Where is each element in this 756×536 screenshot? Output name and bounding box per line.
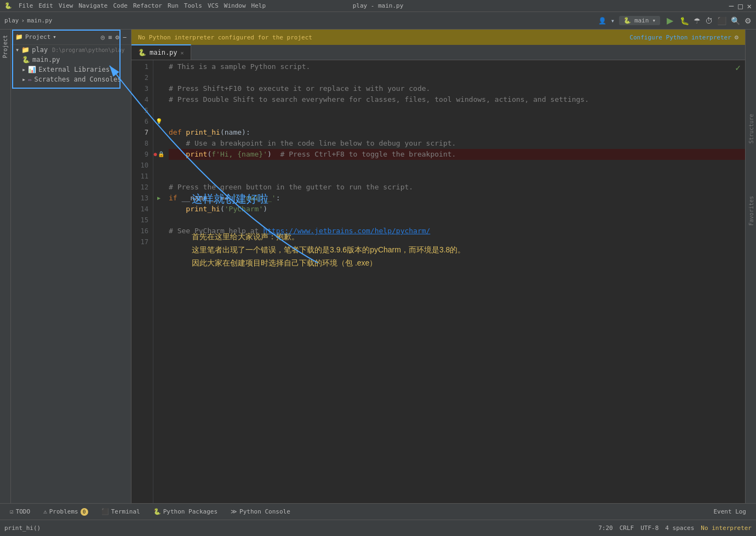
sidebar-actions[interactable]: ◎ ≡ ⚙ − bbox=[101, 33, 127, 41]
locate-icon[interactable]: ◎ bbox=[101, 33, 105, 41]
code-line-10 bbox=[169, 160, 745, 171]
project-panel-label[interactable]: Project bbox=[1, 32, 9, 61]
lock-icon: 🔒 bbox=[158, 149, 164, 160]
run-config-label: main bbox=[634, 17, 649, 24]
search-button[interactable]: 🔍 bbox=[731, 16, 740, 25]
status-left: print_hi() bbox=[4, 525, 41, 532]
breadcrumb: play › main.py bbox=[4, 17, 52, 24]
warning-text: No Python interpreter configured for the… bbox=[138, 34, 312, 41]
menu-vcs[interactable]: VCS bbox=[208, 2, 219, 9]
lightbulb-icon[interactable]: 💡 bbox=[156, 116, 162, 127]
menu-refactor[interactable]: Refactor bbox=[133, 2, 162, 9]
tab-mainpy[interactable]: 🐍 main.py ✕ bbox=[131, 44, 191, 60]
tree-item-mainpy[interactable]: 🐍 main.py bbox=[11, 55, 131, 65]
run-config-dropdown-icon[interactable]: ▾ bbox=[652, 17, 656, 24]
tab-event-log[interactable]: Event Log bbox=[708, 506, 752, 517]
status-encoding[interactable]: CRLF bbox=[620, 525, 634, 532]
debug-button[interactable]: 🐛 bbox=[680, 16, 689, 25]
configure-interpreter-link[interactable]: Configure Python interpreter bbox=[629, 34, 731, 41]
library-icon: 📊 bbox=[28, 66, 36, 73]
settings-button[interactable]: ⚙ bbox=[744, 16, 752, 25]
tab-terminal[interactable]: ⬛ Terminal bbox=[96, 506, 146, 517]
sidebar-settings-icon[interactable]: ⚙ bbox=[116, 33, 119, 41]
minimize-button[interactable]: ─ bbox=[729, 2, 734, 10]
code-line-9: print(f'Hi, {name}') # Press Ctrl+F8 to … bbox=[169, 149, 745, 160]
code-line-13: if __name__ == '__main__': bbox=[169, 193, 745, 204]
python-console-label: Python Console bbox=[239, 508, 290, 515]
problems-icon: ⚠ bbox=[43, 508, 47, 515]
code-line-3: # Press Shift+F10 to execute it or repla… bbox=[169, 83, 745, 94]
run-config[interactable]: 🐍 main ▾ bbox=[619, 16, 660, 25]
breadcrumb-play[interactable]: play bbox=[4, 17, 19, 24]
editor-area: No Python interpreter configured for the… bbox=[131, 30, 745, 520]
project-icon: 📁 bbox=[15, 33, 23, 41]
code-area[interactable]: # This is a sample Python script. # Pres… bbox=[164, 60, 745, 520]
main-toolbar: play › main.py 👤 ▾ 🐍 main ▾ ▶ 🐛 ☂ ⏱ ⬛ 🔍 … bbox=[0, 12, 756, 30]
breadcrumb-file[interactable]: main.py bbox=[27, 17, 52, 24]
code-line-4: # Press Double Shift to search everywher… bbox=[169, 94, 745, 105]
menu-help[interactable]: Help bbox=[251, 2, 266, 9]
structure-panel-label[interactable]: Structure bbox=[747, 109, 756, 148]
gutter-10 bbox=[153, 160, 164, 171]
check-icon: ✓ bbox=[735, 62, 741, 73]
tab-mainpy-label: main.py bbox=[150, 49, 177, 56]
menu-code[interactable]: Code bbox=[113, 2, 128, 9]
menu-file[interactable]: File bbox=[19, 2, 33, 9]
project-dropdown-icon[interactable]: ▾ bbox=[53, 33, 56, 41]
maximize-button[interactable]: □ bbox=[738, 2, 742, 10]
menu-bar[interactable]: File Edit View Navigate Code Refactor Ru… bbox=[19, 2, 266, 9]
ln-4: 4 bbox=[131, 94, 148, 105]
window-title: play - main.py bbox=[353, 2, 404, 9]
sidebar-header: 📁 Project ▾ ◎ ≡ ⚙ − bbox=[11, 30, 131, 45]
menu-run[interactable]: Run bbox=[168, 2, 179, 9]
expand-icon-scratch: ▸ bbox=[22, 76, 26, 83]
expand-icon-lib: ▸ bbox=[22, 66, 26, 73]
close-button[interactable]: ✕ bbox=[747, 2, 752, 10]
status-right: 7:20 CRLF UTF-8 4 spaces No interpreter bbox=[598, 525, 752, 532]
window-controls[interactable]: ─ □ ✕ bbox=[729, 2, 752, 10]
folder-icon: 📁 bbox=[21, 46, 30, 54]
gutter-11 bbox=[153, 171, 164, 182]
gutter-5 bbox=[153, 105, 164, 116]
code-line-11 bbox=[169, 171, 745, 182]
tab-python-console[interactable]: ≫ Python Console bbox=[225, 506, 296, 517]
gutter-15 bbox=[153, 215, 164, 226]
user-icon: 👤 ▾ bbox=[598, 17, 614, 25]
ln-9: 9 bbox=[131, 149, 148, 160]
menu-navigate[interactable]: Navigate bbox=[79, 2, 108, 9]
tree-item-scratches[interactable]: ▸ ✏ Scratches and Consoles bbox=[11, 74, 131, 84]
breakpoint-icon[interactable]: ● bbox=[153, 149, 157, 160]
collapse-icon[interactable]: ≡ bbox=[108, 33, 112, 41]
favorites-panel-label[interactable]: Favorites bbox=[747, 192, 756, 230]
menu-window[interactable]: Window bbox=[224, 2, 246, 9]
tree-item-libraries[interactable]: ▸ 📊 External Libraries bbox=[11, 65, 131, 74]
tab-close-icon[interactable]: ✕ bbox=[181, 50, 184, 56]
tab-mainpy-icon: 🐍 bbox=[138, 49, 146, 56]
tab-todo[interactable]: ☑ TODO bbox=[4, 506, 36, 517]
stop-button[interactable]: ⬛ bbox=[717, 16, 726, 25]
menu-view[interactable]: View bbox=[59, 2, 73, 9]
tab-python-packages[interactable]: 🐍 Python Packages bbox=[148, 506, 223, 517]
configure-section: Configure Python interpreter ⚙ bbox=[629, 33, 738, 41]
sidebar-close-icon[interactable]: − bbox=[123, 33, 127, 41]
status-charset[interactable]: UTF-8 bbox=[640, 525, 658, 532]
run-gutter-icon[interactable]: ▶ bbox=[157, 193, 161, 204]
gutter-14 bbox=[153, 204, 164, 215]
status-position[interactable]: 7:20 bbox=[598, 525, 613, 532]
code-line-12: # Press the green button in the gutter t… bbox=[169, 182, 745, 193]
tab-problems[interactable]: ⚠ Problems 0 bbox=[38, 506, 94, 518]
code-line-6 bbox=[169, 116, 745, 127]
profile-button[interactable]: ⏱ bbox=[705, 16, 713, 25]
menu-tools[interactable]: Tools bbox=[184, 2, 202, 9]
right-panel: Structure Favorites bbox=[745, 30, 756, 520]
coverage-button[interactable]: ☂ bbox=[694, 16, 701, 25]
tree-item-root[interactable]: ▾ 📁 play D:\program\python\play bbox=[11, 45, 131, 55]
status-interpreter[interactable]: No interpreter bbox=[701, 525, 752, 532]
gutter-9: ● 🔒 bbox=[153, 149, 164, 160]
status-bar: print_hi() 7:20 CRLF UTF-8 4 spaces No i… bbox=[0, 520, 756, 536]
run-button[interactable]: ▶ bbox=[665, 14, 675, 27]
status-indent[interactable]: 4 spaces bbox=[665, 525, 694, 532]
gutter-8 bbox=[153, 138, 164, 149]
menu-edit[interactable]: Edit bbox=[39, 2, 54, 9]
problems-label: Problems bbox=[49, 508, 78, 515]
